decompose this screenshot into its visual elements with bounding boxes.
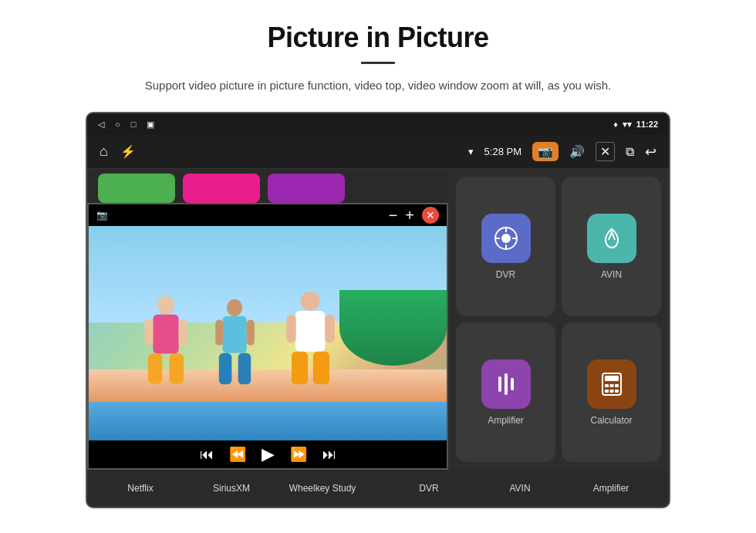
status-bar: ◁ ○ □ ▣ ♦ ▾▾ 11:22 [87,113,669,135]
svg-rect-28 [605,390,609,393]
status-time: 11:22 [636,120,658,129]
pip-controls-right: − + ✕ [389,207,439,224]
back-toolbar-icon[interactable]: ↩ [645,143,656,160]
app-grid-top [87,169,448,207]
svg-rect-11 [247,319,255,345]
close-toolbar-icon[interactable]: ✕ [596,142,615,161]
svg-point-6 [227,299,242,315]
app-tile-avin[interactable]: AVIN [562,177,661,316]
svg-rect-2 [148,353,162,383]
svg-rect-15 [313,351,329,383]
pip-minus-button[interactable]: − [389,207,398,224]
dvr-label: DVR [496,269,515,280]
svg-rect-25 [605,384,609,387]
pip-toolbar-icon[interactable]: ⧉ [626,145,634,159]
page-title: Picture in Picture [267,22,488,54]
svg-rect-13 [295,310,325,351]
trees-bg [339,290,447,365]
svg-rect-20 [498,376,501,392]
recents-nav-icon[interactable]: □ [131,120,137,129]
app-tile-dvr[interactable]: DVR [456,177,555,316]
app-tile-calculator[interactable]: Calculator [562,322,661,462]
pip-header: 📷 − + ✕ [89,204,447,226]
avin-icon [587,214,636,263]
svg-rect-30 [615,390,619,393]
svg-rect-16 [286,314,296,342]
dvr-icon [481,214,531,263]
svg-rect-22 [511,378,514,390]
netflix-label: Netflix [95,483,186,494]
siriusxm-stub[interactable] [183,174,260,203]
video-image [89,226,447,440]
svg-rect-26 [609,384,613,387]
svg-rect-8 [219,353,232,383]
svg-rect-4 [144,319,153,346]
dvr-bottom-label: DVR [383,483,474,494]
pip-container[interactable]: 📷 − + ✕ [87,203,448,470]
back-nav-icon[interactable]: ◁ [98,120,104,130]
calculator-label: Calculator [590,415,632,426]
title-divider [361,62,395,64]
pip-plus-button[interactable]: + [405,207,414,224]
forward-button[interactable]: ⏭ [322,447,336,463]
wheelkey-label: Wheelkey Study [277,483,368,494]
avin-label: AVIN [601,269,622,280]
svg-rect-1 [153,314,178,353]
svg-rect-10 [216,319,224,345]
svg-rect-7 [223,316,247,353]
pip-header-left: 📷 [96,210,108,221]
device-frame: ◁ ○ □ ▣ ♦ ▾▾ 11:22 ⌂ ⚡ ▾ 5:28 PM [86,112,670,508]
main-area: 📷 − + ✕ [87,169,669,470]
pip-close-button[interactable]: ✕ [422,207,439,224]
svg-rect-24 [605,376,619,381]
bottom-labels-bar: Netflix SiriusXM Wheelkey Study DVR AVIN… [87,470,669,507]
svg-rect-17 [325,314,335,342]
wifi-icon: ▾▾ [623,120,632,130]
app-tile-amplifier[interactable]: Amplifier [456,322,555,462]
amplifier-label: Amplifier [488,415,524,426]
netflix-stub[interactable] [98,174,175,203]
siriusxm-label: SiriusXM [186,483,277,494]
prev-button[interactable]: ⏪ [229,446,246,463]
svg-rect-3 [169,353,183,383]
rewind-button[interactable]: ⏮ [200,447,214,463]
home-nav-icon[interactable]: ○ [115,120,120,129]
svg-point-0 [157,295,174,314]
app-toolbar: ⌂ ⚡ ▾ 5:28 PM 📷 🔊 ✕ ⧉ ↩ [87,135,669,169]
amplifier-icon [481,359,531,409]
svg-rect-21 [505,373,508,395]
person3-figure [285,291,336,387]
water-bg [89,397,447,440]
toolbar-time: 5:28 PM [484,146,521,157]
bottom-labels-right: DVR AVIN Amplifier Calculator [376,470,670,507]
location-icon: ♦ [613,120,618,129]
person1-figure [143,295,189,387]
toolbar-left: ⌂ ⚡ [100,143,136,160]
play-button[interactable]: ▶ [262,444,275,464]
svg-rect-14 [292,351,308,383]
calculator-icon [587,359,636,409]
toolbar-right: ▾ 5:28 PM 📷 🔊 ✕ ⧉ ↩ [468,142,656,161]
svg-rect-29 [609,390,613,393]
calculator-bottom-label: Calculator [656,483,670,494]
status-bar-left: ◁ ○ □ ▣ [98,120,154,130]
status-bar-right: ♦ ▾▾ 11:22 [613,120,658,130]
screenshot-icon[interactable]: ▣ [147,120,154,130]
app-grid-right: DVR AVIN [448,169,669,470]
toolbar-home-icon[interactable]: ⌂ [100,143,108,160]
svg-point-19 [501,234,511,243]
pip-camera-icon: 📷 [96,210,108,221]
svg-rect-27 [615,384,619,387]
svg-point-12 [301,291,320,310]
svg-rect-5 [178,319,187,346]
volume-toolbar-icon[interactable]: 🔊 [569,144,585,159]
amplifier-bottom-label: Amplifier [565,483,656,494]
camera-toolbar-icon[interactable]: 📷 [532,142,559,161]
pip-playback: ⏮ ⏪ ▶ ⏩ ⏭ [89,440,447,468]
svg-rect-9 [238,353,251,383]
toolbar-usb-icon[interactable]: ⚡ [120,144,136,159]
wheelkey-stub[interactable] [268,174,345,203]
page-subtitle: Support video picture in picture functio… [145,76,611,95]
person2-figure [214,299,256,387]
next-button[interactable]: ⏩ [290,446,307,463]
